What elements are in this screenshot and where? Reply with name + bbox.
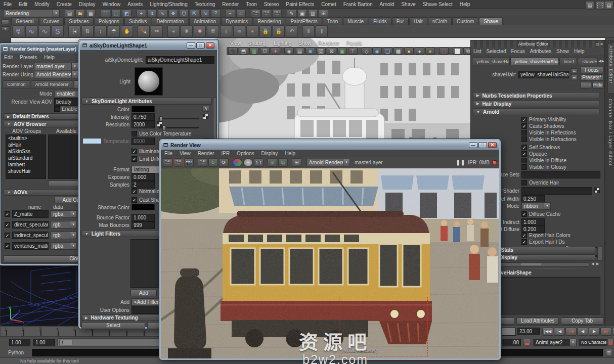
wind-icon[interactable]: ≋ [233,25,245,37]
shaded-icon[interactable]: ◆ [372,48,382,55]
viewport-menu-shading[interactable]: Shading [245,39,271,47]
menu-texturing[interactable]: Texturing [191,1,219,8]
skydome-name-field[interactable]: aiSkyDomeLightShape1 [146,56,214,64]
shelf-tab-curves[interactable]: Curves [39,17,64,25]
frame-all-icon[interactable]: ▣ [337,48,347,55]
swap-output-icon[interactable]: ➡ [571,75,578,80]
close-panel-icon[interactable]: ✕ [600,42,603,47]
render-image[interactable]: (Arnold Renderer) [161,168,499,358]
rs-tab-common[interactable]: Common [3,80,30,88]
alpha-channel-icon[interactable] [243,158,253,167]
anim-prefs-icon[interactable]: ▦ [607,339,613,346]
direct-diffuse-field[interactable]: 0.200 [521,225,545,233]
visible-in-diffuse-checkbox[interactable] [521,158,527,163]
section-hair-display[interactable]: Hair Display [473,100,599,107]
skydome-titlebar[interactable]: 🗔 aiSkyDomeLightShape1 —□✕ [80,41,217,50]
rs-menu-help[interactable]: Help [40,54,58,61]
menu-shave[interactable]: Shave [398,1,419,8]
snapshot-icon[interactable]: 📷 [184,158,194,167]
resolution-gate-icon[interactable]: ◈ [284,48,294,55]
attribute-editor-header[interactable]: Attribute Editor ⊡ ✕ [471,40,604,48]
new-scene-icon[interactable]: ▤ [65,9,74,18]
ae-tab-time1[interactable]: time1 [559,58,578,65]
default-light-icon[interactable]: ● [404,48,414,55]
maximize-button[interactable]: □ [478,142,487,148]
shelf-tab-painteffects[interactable]: PaintEffects [286,17,322,25]
safe-action-icon[interactable]: 回 [316,48,326,55]
viewport-menu-panels[interactable]: Panels [343,39,366,47]
checker-shade-icon[interactable]: ▩ [393,48,403,55]
viewport-menu-view[interactable]: View [227,39,245,47]
hair-grow-icon[interactable]: ⫞ [167,25,180,37]
shelf-tab-shave[interactable]: Shave [479,17,502,25]
aov-enabled-checkbox[interactable] [5,222,10,228]
shelf-tab-surfaces[interactable]: Surfaces [64,17,93,25]
attribute-filter-icon[interactable]: ⋮⋮ [595,1,605,10]
menu-arnold[interactable]: Arnold [376,1,398,8]
list-item[interactable]: aiHair [6,142,46,148]
ae-tab-shavehairshape2[interactable]: shaveHairShap [578,58,598,65]
shave-curve-icon[interactable]: ∿ [38,25,51,37]
shadow-color-swatch[interactable] [131,204,155,210]
rv-menu-render[interactable]: Render [194,150,218,157]
rv-menu-help[interactable]: Help [281,150,299,157]
input-connections-icon[interactable]: ⇱ [190,9,199,18]
rs-menu-edit[interactable]: Edit [1,54,16,61]
text-icon[interactable]: T [348,48,358,55]
ae-menu-list[interactable]: List [471,48,484,55]
keep-image-icon[interactable]: ⧈ [268,158,277,167]
camera-lock-icon[interactable]: 🎥 [228,48,238,55]
trace-sets-field[interactable] [521,171,600,178]
ae-vertical-scrollbar[interactable] [597,247,602,261]
section-arnold[interactable]: Arnold [473,108,599,115]
history-icon[interactable]: ⌁ [226,9,235,18]
use-color-temperature-checkbox[interactable] [131,131,137,136]
shadows-icon[interactable]: ● [425,48,435,55]
fur-patch-icon[interactable]: ● [246,25,258,37]
remove-image-icon[interactable]: ⧉ [278,158,288,167]
format-dropdown[interactable]: latlong [131,166,163,173]
mode-dropdown[interactable]: ribbon [521,202,551,210]
menu-paint-effects[interactable]: Paint Effects [282,1,318,8]
shelf-tab-deformation[interactable]: Deformation [152,17,188,25]
wireframe-icon[interactable]: ◇ [362,48,371,55]
hair-strands2-icon[interactable]: ⫼ [316,25,328,37]
color-slider[interactable] [158,118,199,119]
step-back-key-button[interactable]: |◀ [565,328,577,336]
auto-keyframe-icon[interactable]: ⬓ [523,339,531,346]
dock-tab-attribute-editor[interactable]: Attribute Editor [607,43,614,94]
node-editor-icon[interactable]: ⊞ [319,9,328,18]
rs-menu-presets[interactable]: Presets [16,54,40,61]
shelf-tab-animation[interactable]: Animation [189,17,221,25]
animation-start-field[interactable]: 1.00 [33,339,55,346]
make-live-icon[interactable]: ⬡ [179,9,189,18]
hair-ball2-icon[interactable]: ✺ [194,25,206,37]
unlock-icon[interactable]: 🔓 [273,25,285,37]
light-swatch-preview[interactable] [135,67,163,96]
menu-shave-select[interactable]: Shave Select [419,1,456,8]
lock-icon[interactable]: 🔒 [259,25,272,37]
intensity-field[interactable]: 0.750 [131,113,155,121]
shelf-menu-icon[interactable] [2,19,9,24]
shave-curve-icon[interactable]: ↯ [12,25,24,37]
indirect-field[interactable]: 1.000 [521,218,545,226]
scroll-left-icon[interactable]: ◀ [591,262,594,266]
hair-shader-field[interactable] [521,187,592,195]
focus-button[interactable]: Focus [580,67,603,73]
menu-frank-barton[interactable]: Frank Barton [340,1,376,8]
construction-history-icon[interactable]: ⎌ [236,9,246,18]
self-shadows-checkbox[interactable] [521,145,527,150]
script-editor-icon[interactable]: ≣ [605,349,613,356]
all-lights-icon[interactable]: ● [415,48,424,55]
casts-shadows-checkbox[interactable] [521,123,527,129]
exposure-field[interactable]: 0.000 [131,173,155,181]
image-plane-icon[interactable]: ▥ [249,48,259,55]
float-panel-icon[interactable]: ⊡ [596,42,599,47]
swap-input-icon[interactable]: ⬅ [571,68,578,74]
playback-start-field[interactable]: 1.00 [9,339,30,346]
snap-point-icon[interactable]: ∿ [158,9,167,18]
max-bounces-field[interactable]: 999 [131,221,155,229]
shelf-collapse-icon[interactable]: ▾ [2,26,9,31]
safe-title-icon[interactable]: ⊠ [327,48,336,55]
tab-scroll-left-icon[interactable]: ◀ [598,59,601,63]
